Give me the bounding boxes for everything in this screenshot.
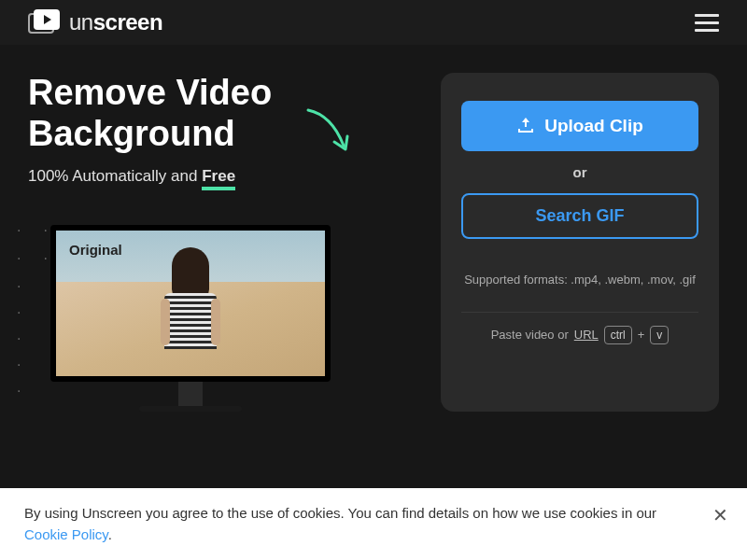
decorative-dots: ····· (17, 273, 21, 404)
kbd-ctrl: ctrl (604, 326, 632, 344)
upload-panel: Upload Clip or Search GIF Supported form… (441, 73, 719, 412)
paste-hint: Paste video or URL ctrl + v (461, 312, 698, 344)
unscreen-logo-icon (28, 9, 62, 35)
url-link[interactable]: URL (574, 328, 599, 342)
upload-icon (516, 118, 535, 134)
close-icon[interactable]: ✕ (712, 501, 728, 529)
upload-button-label: Upload Clip (544, 116, 643, 136)
cookie-policy-link[interactable]: Cookie Policy (24, 526, 108, 542)
cookie-banner: By using Unscreen you agree to the use o… (0, 488, 747, 560)
header: unscreen (0, 0, 747, 45)
kbd-v: v (650, 326, 669, 344)
brand-logo[interactable]: unscreen (28, 9, 162, 35)
supported-formats: Supported formats: .mp4, .webm, .mov, .g… (461, 271, 698, 289)
upload-clip-button[interactable]: Upload Clip (461, 101, 698, 151)
search-gif-button[interactable]: Search GIF (461, 193, 698, 239)
or-divider: or (461, 164, 698, 180)
preview-monitor: Original (50, 225, 331, 412)
brand-name: unscreen (69, 9, 162, 35)
arrow-icon (299, 101, 364, 166)
cookie-text: By using Unscreen you agree to the use o… (24, 505, 656, 521)
page-subline: 100% Automatically and Free (28, 167, 422, 186)
menu-icon[interactable] (695, 14, 719, 32)
preview-label: Original (69, 242, 122, 258)
